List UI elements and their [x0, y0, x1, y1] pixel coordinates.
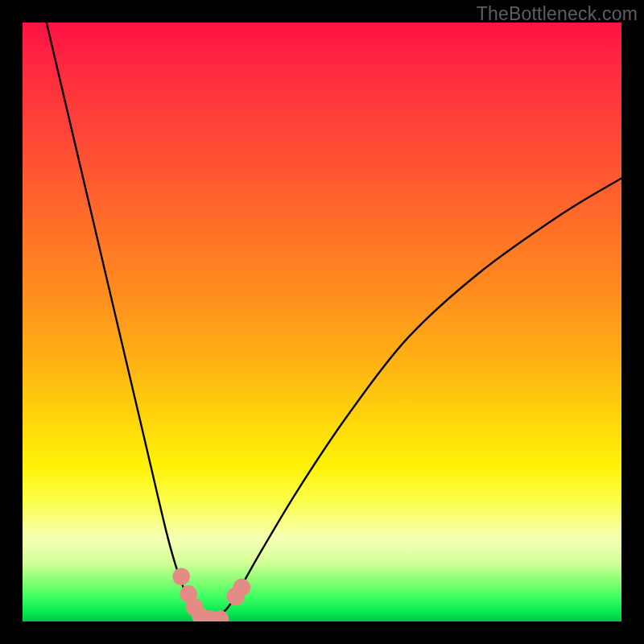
curve-layer: [23, 23, 621, 621]
watermark-text: TheBottleneck.com: [477, 3, 638, 25]
chart-frame: TheBottleneck.com: [0, 0, 644, 644]
bottleneck-curve-left: [47, 23, 205, 621]
highlight-dots: [172, 568, 250, 621]
highlight-dot: [233, 579, 251, 597]
bottleneck-curve-right: [205, 178, 621, 621]
gradient-plot-area: [23, 23, 621, 621]
highlight-dot: [172, 568, 190, 585]
